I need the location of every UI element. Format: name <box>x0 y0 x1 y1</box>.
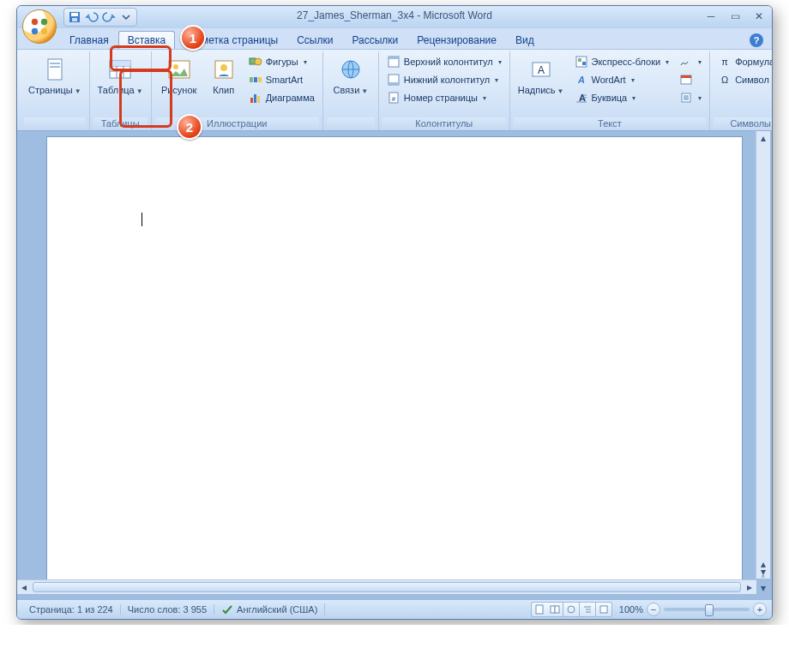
window-title: 27_James_Sherman_3x4 - Microsoft Word <box>17 9 772 21</box>
smartart-button[interactable]: SmartArt <box>244 71 319 88</box>
svg-point-1 <box>41 19 47 25</box>
svg-rect-30 <box>388 57 399 59</box>
tab-mailings[interactable]: Рассылки <box>342 31 407 49</box>
text-cursor <box>142 213 142 226</box>
svg-point-54 <box>568 606 575 613</box>
links-icon <box>337 56 364 83</box>
tab-home[interactable]: Главная <box>60 31 118 49</box>
equation-button[interactable]: π Формула▾ <box>714 53 773 70</box>
view-reading-icon[interactable] <box>547 602 563 617</box>
datetime-button[interactable] <box>675 71 706 88</box>
pages-label: Страницы <box>28 85 73 95</box>
browse-object-icon[interactable]: ◦ <box>756 570 770 582</box>
svg-point-0 <box>32 19 38 25</box>
group-links <box>327 117 375 130</box>
zoom-knob[interactable] <box>705 604 714 616</box>
zoom-out-button[interactable]: − <box>647 603 660 616</box>
header-icon <box>387 55 401 69</box>
tab-insert[interactable]: Вставка <box>118 31 176 49</box>
svg-text:Ω: Ω <box>721 75 728 85</box>
symbol-icon: Ω <box>718 73 732 87</box>
vertical-scrollbar[interactable]: ▴ ▾ <box>756 131 770 579</box>
zoom-level[interactable]: 100% <box>619 604 643 615</box>
shapes-button[interactable]: Фигуры▾ <box>244 53 319 70</box>
header-button[interactable]: Верхний колонтитул▾ <box>382 53 506 70</box>
svg-point-3 <box>41 28 47 34</box>
svg-point-2 <box>32 28 38 34</box>
chart-button[interactable]: Диаграмма <box>244 89 319 106</box>
object-icon <box>679 91 693 105</box>
chart-label: Диаграмма <box>266 93 315 103</box>
object-button[interactable]: ▾ <box>675 89 706 106</box>
close-button[interactable]: ✕ <box>751 9 767 23</box>
svg-rect-22 <box>250 77 253 82</box>
tab-review[interactable]: Рецензирование <box>407 31 506 49</box>
help-icon[interactable]: ? <box>750 33 763 47</box>
callout-badge-2: 2 <box>177 114 202 140</box>
view-outline-icon[interactable] <box>580 602 596 617</box>
clip-button[interactable]: Клип <box>205 53 243 98</box>
svg-rect-27 <box>257 96 260 103</box>
svg-text:#: # <box>392 95 396 103</box>
svg-rect-46 <box>681 75 691 78</box>
hscroll-thumb[interactable] <box>33 582 741 592</box>
group-headerfooter: Колонтитулы <box>382 117 506 130</box>
maximize-button[interactable]: ▭ <box>727 9 743 23</box>
wordart-button[interactable]: A WordArt▾ <box>570 71 674 88</box>
svg-rect-26 <box>254 94 256 103</box>
signature-button[interactable]: ▾ <box>675 53 706 70</box>
status-lang-label: Английский (США) <box>237 604 317 615</box>
prev-page-icon[interactable]: ▴ <box>756 558 770 570</box>
scroll-up-icon[interactable]: ▴ <box>756 131 770 145</box>
svg-text:A: A <box>577 75 585 85</box>
view-draft-icon[interactable] <box>596 602 612 617</box>
tab-references[interactable]: Ссылки <box>287 31 342 49</box>
picture-button[interactable]: Рисунок <box>155 53 203 98</box>
zoom-slider[interactable] <box>664 608 750 611</box>
equation-label: Формула <box>735 57 773 67</box>
svg-rect-9 <box>50 66 60 68</box>
scroll-left-icon[interactable]: ◂ <box>17 581 31 593</box>
svg-rect-48 <box>684 95 689 100</box>
footer-icon <box>387 73 401 87</box>
signature-icon <box>679 55 693 69</box>
zoom-in-button[interactable]: + <box>753 603 767 616</box>
group-pages <box>24 117 86 130</box>
textbox-button[interactable]: A Надпись▼ <box>514 53 569 99</box>
minimize-button[interactable]: ─ <box>703 9 719 23</box>
svg-rect-52 <box>551 606 555 613</box>
dropcap-button[interactable]: A Буквица▾ <box>570 89 674 106</box>
pages-button[interactable]: Страницы▼ <box>24 53 86 99</box>
svg-rect-24 <box>258 77 262 82</box>
symbol-button[interactable]: Ω Символ▾ <box>714 71 773 88</box>
next-page-icon[interactable]: ▾ <box>756 582 770 594</box>
svg-rect-15 <box>110 61 130 66</box>
status-page[interactable]: Страница: 1 из 224 <box>22 604 121 615</box>
svg-rect-32 <box>388 82 399 85</box>
view-web-icon[interactable] <box>563 602 580 617</box>
svg-rect-39 <box>582 62 586 65</box>
picture-icon <box>166 56 193 83</box>
svg-point-17 <box>173 64 178 69</box>
status-lang[interactable]: Английский (США) <box>214 603 325 615</box>
group-text: Текст <box>514 117 706 130</box>
textbox-label: Надпись <box>518 85 556 95</box>
view-buttons <box>531 602 612 617</box>
svg-rect-51 <box>536 605 543 614</box>
office-button[interactable] <box>22 9 57 44</box>
quickparts-button[interactable]: Экспресс-блоки▾ <box>570 53 674 70</box>
chart-icon <box>249 91 262 105</box>
table-button[interactable]: Таблица▼ <box>93 53 148 99</box>
page-icon <box>41 56 69 83</box>
view-print-icon[interactable] <box>531 602 547 617</box>
links-button[interactable]: Связи▼ <box>327 53 375 99</box>
pagenum-button[interactable]: # Номер страницы▾ <box>382 89 506 106</box>
footer-button[interactable]: Нижний колонтитул▾ <box>382 71 506 88</box>
tab-view[interactable]: Вид <box>506 31 544 49</box>
document-page[interactable] <box>46 136 743 584</box>
footer-label: Нижний колонтитул <box>404 75 490 85</box>
horizontal-scrollbar[interactable]: ◂ ▸ <box>17 579 756 594</box>
scroll-right-icon[interactable]: ▸ <box>743 581 756 593</box>
status-words[interactable]: Число слов: 3 955 <box>121 604 214 615</box>
svg-rect-7 <box>48 59 62 80</box>
